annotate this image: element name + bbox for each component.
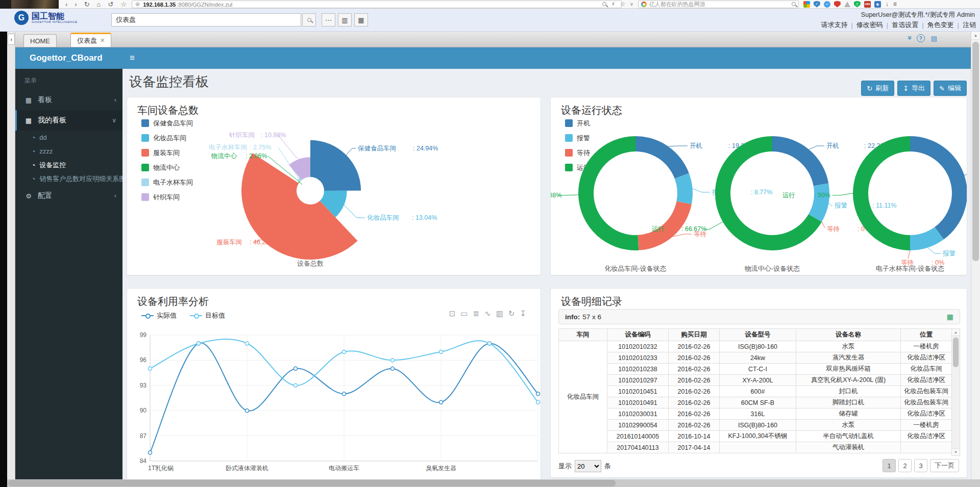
browser-menu-icon[interactable]: ≡ bbox=[893, 1, 897, 8]
header-link[interactable]: 修改密码 bbox=[856, 20, 883, 30]
qr-grid-button[interactable]: ▦ bbox=[354, 13, 368, 27]
page-horizontal-scrollbar[interactable] bbox=[7, 479, 980, 487]
data-point[interactable] bbox=[536, 400, 540, 404]
data-point[interactable] bbox=[246, 409, 249, 413]
data-view-icon[interactable]: ≣ bbox=[473, 309, 480, 318]
table-row[interactable]: 101020104912016-02-2660CM SF-B脚踏封口机化妆品包装… bbox=[559, 397, 952, 408]
sidebar-item-配置[interactable]: ⚙配置‹ bbox=[15, 186, 122, 206]
data-point[interactable] bbox=[391, 367, 395, 370]
forward-icon[interactable]: › bbox=[75, 1, 77, 8]
sidebar-item-我的看板[interactable]: ▦我的看板∨ bbox=[15, 110, 122, 131]
favorite-icon[interactable]: ☆ bbox=[120, 1, 127, 8]
data-point[interactable] bbox=[488, 342, 492, 345]
workshop-total-chart[interactable]: 保健食品车间: 24.94%化妆品车间: 13.04%服装车间: 46.23%物… bbox=[127, 116, 541, 275]
page-button-2[interactable]: 2 bbox=[898, 459, 912, 472]
restore-icon[interactable]: ↻ bbox=[508, 309, 515, 318]
table-row[interactable]: 2016101400052016-10-14KFJ-1000,304不锈钢半自动… bbox=[559, 431, 952, 442]
table-row[interactable]: 101020104512016-02-26600#封口机化妆品包装车间 bbox=[559, 386, 952, 397]
export-button[interactable]: ↧导出 bbox=[897, 81, 930, 96]
page-size-select[interactable]: 20 bbox=[575, 460, 601, 472]
data-point[interactable] bbox=[439, 400, 443, 404]
shield-blue-icon[interactable]: ✓ bbox=[814, 1, 820, 8]
data-point[interactable] bbox=[391, 358, 395, 362]
donut-slice-运行[interactable] bbox=[853, 136, 910, 250]
table-row[interactable]: 101020102382016-02-26CT-C-I双扉热风循环箱化妆品车间 bbox=[559, 364, 952, 375]
search-button[interactable] bbox=[302, 13, 316, 27]
table-row[interactable]: 101020102972016-02-26XY-A-200L真空乳化机XY-A-… bbox=[559, 375, 952, 386]
legend-item-实际值[interactable]: 实际值 bbox=[141, 311, 177, 320]
area-zoom-icon[interactable]: ⊡ bbox=[449, 309, 456, 318]
header-link[interactable]: 请求支持 bbox=[821, 20, 847, 30]
sidebar-subitem-zzzz[interactable]: ◔zzzz bbox=[15, 144, 122, 158]
table-row[interactable]: 101020102332016-02-2624kw蒸汽发生器化妆品洁净区 bbox=[559, 352, 952, 364]
download-icon[interactable]: ↓ bbox=[886, 1, 889, 8]
column-header-设备名称[interactable]: 设备名称 bbox=[796, 329, 901, 341]
line-chart-icon[interactable]: ∿ bbox=[484, 309, 491, 318]
tab-仪表盘[interactable]: 仪表盘✕ bbox=[70, 33, 111, 47]
favorite-star-icon[interactable]: ☆ bbox=[620, 1, 625, 8]
home-icon[interactable]: ⌂ bbox=[97, 1, 101, 8]
edit-button[interactable]: ✎编辑 bbox=[934, 81, 967, 96]
page-button-3[interactable]: 3 bbox=[914, 459, 927, 472]
legend-item-目标值[interactable]: 目标值 bbox=[190, 311, 225, 320]
column-header-车间[interactable]: 车间 bbox=[559, 329, 607, 341]
reader-blue-icon[interactable]: ◈ bbox=[874, 1, 881, 8]
minus-circle-icon[interactable]: − bbox=[824, 1, 830, 8]
column-header-位置[interactable]: 位置 bbox=[901, 329, 952, 341]
donut-slice-开机[interactable] bbox=[772, 136, 828, 186]
collapse-up-icon[interactable]: « bbox=[905, 37, 913, 40]
sidebar-subitem-dd[interactable]: ◔dd bbox=[15, 131, 122, 144]
table-row[interactable]: 101029900542016-02-26ISG(B)80-160水泵一楼机房 bbox=[559, 420, 952, 431]
header-link[interactable]: 注销 bbox=[963, 20, 976, 30]
page-button-1[interactable]: 1 bbox=[883, 459, 896, 472]
scroll-up-icon[interactable]: ▲ bbox=[952, 329, 960, 336]
data-point[interactable] bbox=[246, 342, 249, 345]
more-button[interactable]: ⋯ bbox=[322, 13, 335, 27]
next-page-button[interactable]: 下一页 bbox=[930, 459, 959, 472]
abs-badge-icon[interactable]: ABS bbox=[864, 1, 871, 8]
data-point[interactable] bbox=[149, 367, 152, 370]
pie-slice-保健食品车间[interactable] bbox=[310, 140, 361, 191]
data-point[interactable] bbox=[342, 350, 346, 353]
column-header-设备编码[interactable]: 设备编码 bbox=[607, 329, 669, 341]
help-icon[interactable]: ? bbox=[917, 34, 925, 42]
zoom-icon[interactable] bbox=[602, 2, 606, 6]
donut-slice-开机[interactable] bbox=[635, 136, 689, 178]
expand-panel-button[interactable]: › bbox=[8, 34, 15, 45]
data-point[interactable] bbox=[197, 342, 201, 345]
column-header-设备型号[interactable]: 设备型号 bbox=[720, 329, 796, 341]
data-point[interactable] bbox=[536, 392, 540, 396]
data-point[interactable] bbox=[439, 350, 443, 353]
header-link[interactable]: 首选设置 bbox=[892, 20, 918, 30]
scroll-down-icon[interactable]: ▼ bbox=[952, 448, 960, 455]
table-scrollbar[interactable]: ▲ ▼ bbox=[951, 328, 960, 456]
notes-icon[interactable]: ▤ bbox=[931, 35, 937, 42]
pie-slice-针织车间[interactable] bbox=[289, 157, 310, 180]
sidebar-subitem-设备监控[interactable]: ◔设备监控 bbox=[15, 158, 122, 172]
data-point[interactable] bbox=[149, 451, 152, 454]
columns-button[interactable]: ▥ bbox=[338, 13, 352, 27]
browser-tab-thumbnail[interactable] bbox=[11, 0, 59, 9]
bar-chart-icon[interactable]: ▥ bbox=[496, 309, 503, 318]
data-point[interactable] bbox=[294, 367, 298, 370]
scroll-thumb[interactable] bbox=[953, 338, 959, 367]
triangle-gray-icon[interactable] bbox=[844, 2, 850, 7]
scroll-thumb[interactable] bbox=[972, 42, 979, 261]
column-header-购买日期[interactable]: 购买日期 bbox=[669, 329, 720, 341]
table-row[interactable]: 101020300312016-02-26316L储存罐化妆品洁净区 bbox=[559, 408, 952, 420]
donut-slice-开机[interactable] bbox=[910, 136, 967, 240]
apps-grid-icon[interactable] bbox=[803, 1, 810, 8]
table-row[interactable]: 2017041401132017-04-14气动灌装机 bbox=[559, 442, 952, 453]
save-image-icon[interactable]: ↧ bbox=[520, 309, 526, 318]
run-status-charts[interactable]: 开机: 19.3%报警: 8.77%等待: 21.05%运行: 50.88%化妆… bbox=[551, 118, 967, 275]
shield-green-icon[interactable]: T bbox=[854, 1, 861, 8]
back-icon[interactable]: ‹ bbox=[65, 1, 67, 8]
sidebar-item-看板[interactable]: ▦看板‹ bbox=[15, 90, 122, 110]
header-link[interactable]: 角色变更 bbox=[927, 20, 954, 30]
close-icon[interactable]: ✕ bbox=[100, 37, 105, 44]
data-point[interactable] bbox=[342, 392, 346, 396]
shield-red-icon[interactable] bbox=[834, 1, 841, 8]
search-icon[interactable] bbox=[792, 2, 796, 6]
export-table-icon[interactable]: ▦ bbox=[947, 313, 953, 321]
browser-search-box[interactable]: 亿人都在砍的热血网游 bbox=[638, 1, 799, 8]
